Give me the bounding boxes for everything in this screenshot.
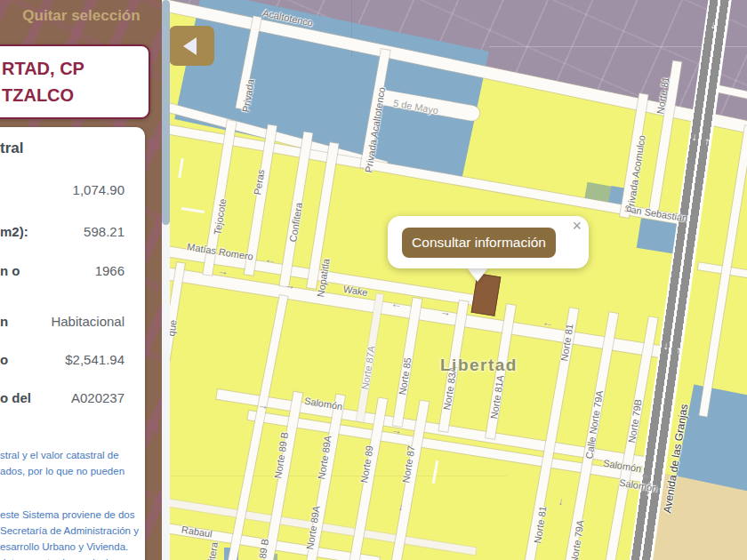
info-row-label: m2):: [0, 224, 28, 239]
street-label: Norte 87A: [359, 345, 377, 390]
info-row-value: 1,074.90: [73, 182, 124, 197]
info-row-value: 598.21: [84, 224, 124, 239]
oneway-arrow: ←: [390, 298, 403, 310]
info-row-value: Habitacional: [51, 314, 124, 329]
info-row-value: $2,541.94: [65, 352, 124, 367]
info-row-label: n o: [0, 263, 20, 278]
oneway-arrow: →: [390, 424, 403, 436]
close-icon[interactable]: ×: [572, 218, 582, 234]
popup-tail: [466, 267, 489, 282]
graticule-line: [169, 476, 507, 476]
oneway-arrow: →: [217, 265, 229, 277]
location-title: RTAD, CP TZALCO: [2, 55, 84, 108]
clear-selection-button[interactable]: Quitar selección: [0, 7, 163, 25]
info-row-value: A020237: [71, 390, 124, 405]
oneway-arrow: →: [439, 306, 452, 318]
lot-line: [181, 207, 205, 213]
disclaimer-paragraph: este Sistema proviene de dos Secretaría …: [0, 507, 139, 560]
street-label: Norte 85: [397, 356, 413, 396]
sidebar-panel: Quitar selección RTAD, CP TZALCO tral 1,…: [0, 0, 169, 560]
street-label: Calle Norte 79A: [583, 389, 605, 460]
info-row-value: 1966: [95, 263, 124, 278]
colonia-label-libertad: Libertad: [440, 356, 518, 375]
sidebar-collapse-button[interactable]: [169, 26, 214, 66]
oneway-arrow: ←: [264, 253, 277, 266]
info-row-label: o: [0, 352, 8, 367]
info-popup: Consultar información ×: [388, 216, 589, 268]
street-label: Confitera: [203, 541, 220, 560]
oneway-arrow: ←: [542, 316, 554, 329]
street-label: Rabaul: [181, 524, 213, 539]
disclaimer-paragraph: stral y el valor catastral de ados, por …: [0, 447, 124, 479]
lot-line: [178, 158, 183, 178]
consult-info-button[interactable]: Consultar información: [402, 228, 556, 258]
info-row-label: o del: [0, 390, 31, 405]
property-info-card: tral 1,074.90 m2): 598.21 n o 1966 n Hab…: [0, 127, 145, 560]
oneway-arrow: ↓: [558, 496, 565, 508]
street-wake: [169, 267, 674, 359]
street-label: que: [169, 319, 179, 337]
oneway-arrow: ←: [639, 468, 652, 481]
street-label: Confitera: [287, 202, 304, 243]
sidebar-scrollbar-thumb[interactable]: [162, 0, 170, 225]
oneway-arrow: →: [257, 399, 269, 412]
map-canvas[interactable]: Acaltotenco 5 de Mayo San Sebastián Matí…: [169, 0, 747, 560]
sidebar-scrollbar-track[interactable]: [162, 0, 170, 560]
lot-line: [432, 460, 438, 484]
info-card-header: tral: [0, 140, 23, 157]
location-card: RTAD, CP TZALCO: [0, 44, 150, 119]
street-label: Norte 81A: [488, 374, 506, 420]
street-label: Norte 79B: [626, 398, 644, 444]
oneway-arrow: →: [284, 279, 296, 292]
info-row-label: n: [0, 314, 8, 329]
chevron-left-icon: [183, 37, 197, 55]
app-window: Acaltotenco 5 de Mayo San Sebastián Matí…: [0, 0, 747, 560]
